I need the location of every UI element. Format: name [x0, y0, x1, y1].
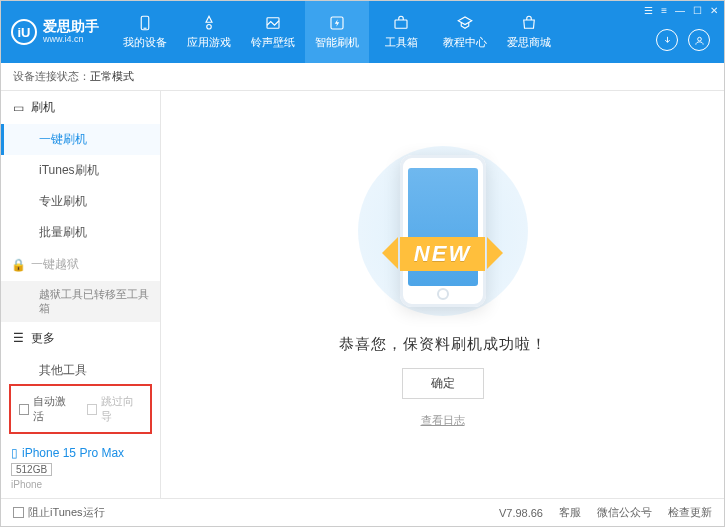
sidebar-group-more[interactable]: ☰ 更多 — [1, 322, 160, 355]
status-label: 设备连接状态： — [13, 69, 90, 84]
group-label: 更多 — [31, 330, 55, 347]
sidebar-item-batch-flash[interactable]: 批量刷机 — [1, 217, 160, 248]
brand-url: www.i4.cn — [43, 35, 99, 45]
group-label: 刷机 — [31, 99, 55, 116]
success-message: 恭喜您，保资料刷机成功啦！ — [339, 335, 547, 354]
nav-store[interactable]: 爱思商城 — [497, 1, 561, 63]
sidebar-item-itunes-flash[interactable]: iTunes刷机 — [1, 155, 160, 186]
nav-apps-games[interactable]: 应用游戏 — [177, 1, 241, 63]
view-log-link[interactable]: 查看日志 — [421, 413, 465, 428]
brand-logo-icon: iU — [11, 19, 37, 45]
sidebar-item-oneclick-flash[interactable]: 一键刷机 — [1, 124, 160, 155]
wallpaper-icon — [263, 14, 283, 32]
minimize-icon[interactable]: — — [675, 5, 685, 16]
nav-ringtone-wallpaper[interactable]: 铃声壁纸 — [241, 1, 305, 63]
device-info: ▯ iPhone 15 Pro Max 512GB iPhone — [1, 440, 160, 498]
user-icon[interactable] — [688, 29, 710, 51]
status-bar: 设备连接状态： 正常模式 — [1, 63, 724, 91]
phone-icon: ▯ — [11, 446, 18, 460]
status-value: 正常模式 — [90, 69, 134, 84]
nav-label: 铃声壁纸 — [251, 35, 295, 50]
nav-smart-flash[interactable]: 智能刷机 — [305, 1, 369, 63]
menu-icon[interactable]: ☰ — [644, 5, 653, 16]
checkbox-auto-activate[interactable]: 自动激活 — [19, 394, 75, 424]
device-name[interactable]: ▯ iPhone 15 Pro Max — [11, 446, 150, 460]
lock-icon: 🔒 — [11, 258, 25, 272]
confirm-button[interactable]: 确定 — [402, 368, 484, 399]
nav-label: 工具箱 — [385, 35, 418, 50]
nav-label: 智能刷机 — [315, 35, 359, 50]
sidebar-item-other-tools[interactable]: 其他工具 — [1, 355, 160, 378]
device-icon — [135, 14, 155, 32]
window-controls: ☰ ≡ — ☐ ✕ — [644, 5, 718, 16]
sidebar-group-flash[interactable]: ▭ 刷机 — [1, 91, 160, 124]
footer: 阻止iTunes运行 V7.98.66 客服 微信公众号 检查更新 — [1, 498, 724, 526]
checkbox-skip-guide[interactable]: 跳过向导 — [87, 394, 143, 424]
store-icon — [519, 14, 539, 32]
device-capacity: 512GB — [11, 463, 52, 476]
nav-my-device[interactable]: 我的设备 — [113, 1, 177, 63]
sidebar-jailbreak-note: 越狱工具已转移至工具箱 — [1, 281, 160, 322]
nav-label: 爱思商城 — [507, 35, 551, 50]
phone-graphic — [400, 155, 486, 307]
nav-label: 我的设备 — [123, 35, 167, 50]
maximize-icon[interactable]: ☐ — [693, 5, 702, 16]
brand-name: 爱思助手 — [43, 19, 99, 34]
checkbox-block-itunes[interactable]: 阻止iTunes运行 — [13, 505, 105, 520]
checkbox-label: 阻止iTunes运行 — [28, 505, 105, 520]
checkbox-label: 跳过向导 — [101, 394, 142, 424]
version-label: V7.98.66 — [499, 507, 543, 519]
device-type: iPhone — [11, 479, 150, 490]
tutorial-icon — [455, 14, 475, 32]
sidebar: ▭ 刷机 一键刷机 iTunes刷机 专业刷机 批量刷机 🔒 一键越狱 越狱工具… — [1, 91, 161, 498]
download-icon[interactable] — [656, 29, 678, 51]
nav-tutorials[interactable]: 教程中心 — [433, 1, 497, 63]
flash-icon — [327, 14, 347, 32]
apps-icon — [199, 14, 219, 32]
highlight-box: 自动激活 跳过向导 — [9, 384, 152, 434]
more-icon: ☰ — [11, 331, 25, 345]
nav-toolbox[interactable]: 工具箱 — [369, 1, 433, 63]
sidebar-item-pro-flash[interactable]: 专业刷机 — [1, 186, 160, 217]
footer-link-update[interactable]: 检查更新 — [668, 505, 712, 520]
sidebar-group-jailbreak[interactable]: 🔒 一键越狱 — [1, 248, 160, 281]
toolbox-icon — [391, 14, 411, 32]
new-ribbon: NEW — [400, 237, 485, 271]
success-illustration: NEW — [333, 141, 553, 321]
checkbox-label: 自动激活 — [33, 394, 74, 424]
settings-icon[interactable]: ≡ — [661, 5, 667, 16]
nav-label: 教程中心 — [443, 35, 487, 50]
footer-link-wechat[interactable]: 微信公众号 — [597, 505, 652, 520]
top-nav: 我的设备 应用游戏 铃声壁纸 智能刷机 工具箱 教程中心 — [113, 1, 648, 63]
svg-point-2 — [207, 25, 212, 30]
main-content: NEW 恭喜您，保资料刷机成功啦！ 确定 查看日志 — [161, 91, 724, 498]
svg-point-6 — [697, 37, 701, 41]
brand: iU 爱思助手 www.i4.cn — [1, 1, 113, 63]
svg-rect-5 — [395, 20, 407, 28]
header: iU 爱思助手 www.i4.cn 我的设备 应用游戏 铃声壁纸 智能刷机 — [1, 1, 724, 63]
close-icon[interactable]: ✕ — [710, 5, 718, 16]
group-label: 一键越狱 — [31, 256, 79, 273]
list-icon: ▭ — [11, 101, 25, 115]
footer-link-support[interactable]: 客服 — [559, 505, 581, 520]
nav-label: 应用游戏 — [187, 35, 231, 50]
